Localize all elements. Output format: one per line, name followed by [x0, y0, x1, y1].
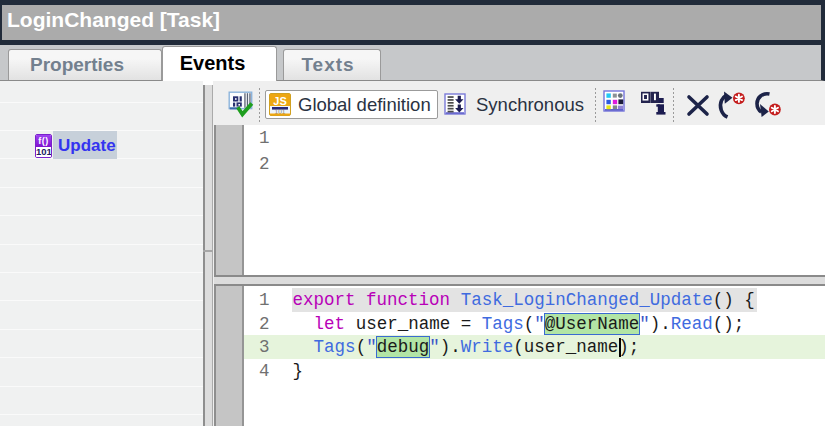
svg-text:101: 101	[275, 108, 286, 115]
svg-text:JS: JS	[273, 95, 286, 107]
